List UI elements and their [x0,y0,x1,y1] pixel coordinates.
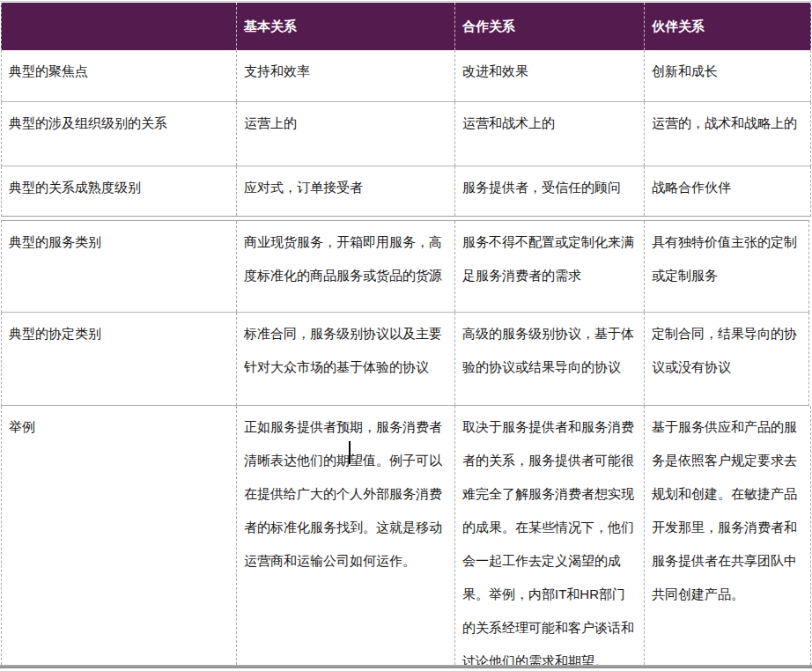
text-cursor[interactable] [349,441,351,464]
table-cell: 具有独特价值主张的定制或定制服务 [644,221,810,312]
header-cell-cooperative-relationship: 合作关系 [454,3,644,50]
header-cell-partnership: 伙伴关系 [644,3,810,50]
table-cell-text: 正如服务提供者预期，服务消费者清晰表达他们的期望值。例子可以在提供给广大的个人外… [244,419,442,568]
table-cell: 支持和效率 [236,50,454,101]
row-label: 典型的涉及组织级别的关系 [2,102,236,166]
service-relationship-table: 基本关系 合作关系 伙伴关系 典型的聚焦点 支持和效率 改进和效果 创新和成长 … [0,3,812,668]
table-row: 典型的涉及组织级别的关系 运营上的 运营和战术上的 运营的，战术和战略上的 [1,102,811,166]
table-cell: 运营和战术上的 [454,102,644,166]
table-cell: 基于服务供应和产品的服务是依照客户规定要求去规划和创建。在敏捷产品开发那里，服务… [644,406,810,665]
header-cell-basic-relationship: 基本关系 [236,3,454,50]
row-label: 典型的服务类别 [2,221,236,312]
table-cell: 战略合作伙伴 [644,166,810,216]
table-cell: 创新和成长 [644,50,810,101]
row-label: 举例 [2,406,236,665]
row-label: 典型的聚焦点 [2,50,236,101]
table-cell: 运营的，战术和战略上的 [644,102,810,166]
table-cell: 正如服务提供者预期，服务消费者清晰表达他们的期望值。例子可以在提供给广大的个人外… [236,406,454,665]
table-row: 典型的关系成熟度级别 应对式，订单接受者 服务提供者，受信任的顾问 战略合作伙伴 [1,166,811,217]
table-cell: 应对式，订单接受者 [236,166,454,216]
table-cell: 服务提供者，受信任的顾问 [454,166,644,216]
table-bottom-border [0,665,812,668]
table-header-row: 基本关系 合作关系 伙伴关系 [1,3,811,50]
table-cell: 高级的服务级别协议，基于体验的协议或结果导向的协议 [454,313,644,405]
table-cell: 取决于服务提供者和服务消费者的关系，服务提供者可能很难完全了解服务消费者想实现的… [454,406,644,665]
table-cell: 商业现货服务，开箱即用服务，高度标准化的商品服务或货品的货源 [236,221,454,312]
document-page: 基本关系 合作关系 伙伴关系 典型的聚焦点 支持和效率 改进和效果 创新和成长 … [0,0,812,671]
table-row: 典型的服务类别 商业现货服务，开箱即用服务，高度标准化的商品服务或货品的货源 服… [1,220,809,313]
row-label: 典型的协定类别 [2,313,236,405]
table-row: 典型的协定类别 标准合同，服务级别协议以及主要针对大众市场的基于体验的协议 高级… [1,313,809,406]
table-cell: 标准合同，服务级别协议以及主要针对大众市场的基于体验的协议 [236,313,454,405]
table-cell: 改进和效果 [454,50,644,101]
table-row: 典型的聚焦点 支持和效率 改进和效果 创新和成长 [1,50,811,102]
table-top-border [0,1,812,2]
table-cell: 服务不得不配置或定制化来满足服务消费者的需求 [454,221,644,312]
table-cell: 运营上的 [236,102,454,166]
table-row: 举例 正如服务提供者预期，服务消费者清晰表达他们的期望值。例子可以在提供给广大的… [1,406,811,665]
header-cell-blank [2,3,236,50]
row-label: 典型的关系成熟度级别 [2,166,236,216]
table-cell: 定制合同，结果导向的协议或没有协议 [644,313,810,405]
